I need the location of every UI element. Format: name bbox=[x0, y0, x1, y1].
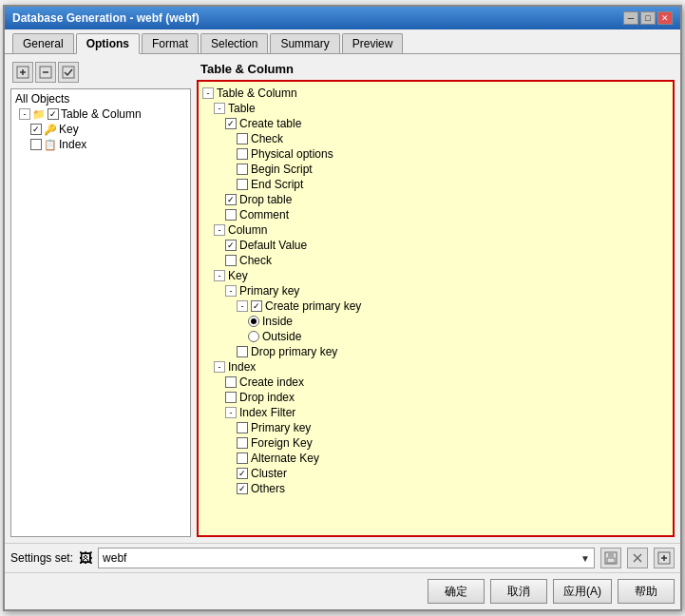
check-filter-others[interactable] bbox=[237, 483, 248, 494]
minimize-button[interactable]: ─ bbox=[623, 11, 638, 25]
check-drop-index[interactable] bbox=[225, 392, 237, 403]
toggle-opt-create-pk[interactable]: - bbox=[237, 300, 248, 312]
lbl-column: Column bbox=[228, 223, 267, 237]
lbl-drop-pk: Drop primary key bbox=[251, 345, 337, 358]
collapse-all-button[interactable] bbox=[35, 62, 56, 83]
confirm-button[interactable]: 确定 bbox=[428, 579, 485, 604]
tab-format[interactable]: Format bbox=[142, 33, 199, 53]
tabs-bar: General Options Format Selection Summary… bbox=[5, 29, 680, 54]
opt-key: - Key bbox=[202, 268, 669, 283]
key-icon: 🔑 bbox=[44, 124, 57, 136]
tree-key: 🔑 Key bbox=[13, 122, 188, 137]
lbl-comment: Comment bbox=[239, 208, 289, 221]
toggle-opt-index-filter[interactable]: - bbox=[225, 407, 237, 418]
lbl-table-column: Table & Column bbox=[217, 87, 297, 100]
check-filter-ak[interactable] bbox=[237, 452, 248, 464]
opt-filter-pk: Primary key bbox=[202, 420, 669, 435]
opt-create-table: Create table bbox=[202, 116, 669, 131]
check-index[interactable] bbox=[30, 139, 42, 150]
settings-icon: 🖼 bbox=[79, 550, 92, 566]
close-button[interactable]: ✕ bbox=[657, 11, 673, 25]
opt-column: - Column bbox=[202, 222, 669, 238]
check-create-table[interactable] bbox=[225, 118, 237, 129]
tab-preview[interactable]: Preview bbox=[342, 33, 404, 53]
right-panel: Table & Column - Table & Column - Table … bbox=[197, 60, 675, 537]
toggle-table-column[interactable]: - bbox=[19, 108, 30, 120]
opt-filter-others: Others bbox=[202, 481, 669, 496]
check-table-column[interactable] bbox=[48, 108, 59, 120]
check-drop-pk[interactable] bbox=[237, 346, 248, 357]
check-filter-pk[interactable] bbox=[237, 422, 248, 433]
lbl-filter-others: Others bbox=[251, 482, 285, 495]
lbl-primary-key: Primary key bbox=[239, 284, 299, 298]
lbl-create-table: Create table bbox=[239, 117, 301, 130]
object-tree[interactable]: All Objects - 📁 Table & Column 🔑 Key bbox=[10, 88, 191, 537]
svg-rect-7 bbox=[608, 552, 614, 557]
toggle-opt-table[interactable]: - bbox=[214, 103, 225, 114]
opt-filter-cluster: Cluster bbox=[202, 466, 669, 481]
lbl-filter-pk: Primary key bbox=[251, 421, 311, 434]
check-comment[interactable] bbox=[225, 209, 237, 221]
label-index: Index bbox=[59, 138, 86, 151]
help-button[interactable]: 帮助 bbox=[618, 579, 675, 604]
check-filter-cluster[interactable] bbox=[237, 468, 248, 479]
tab-summary[interactable]: Summary bbox=[270, 33, 339, 53]
check-filter-fk[interactable] bbox=[237, 437, 248, 449]
settings-combo[interactable]: webf ▼ bbox=[98, 548, 595, 568]
toggle-opt-table-column[interactable]: - bbox=[202, 87, 214, 99]
lbl-outside: Outside bbox=[262, 330, 301, 343]
check-all-button[interactable] bbox=[58, 62, 79, 83]
panel-header: Table & Column bbox=[197, 60, 675, 80]
lbl-create-index: Create index bbox=[239, 375, 304, 389]
window-title: Database Generation - webf (webf) bbox=[12, 11, 200, 25]
check-check-table[interactable] bbox=[237, 133, 248, 144]
toggle-opt-column[interactable]: - bbox=[214, 224, 225, 236]
opt-default-value: Default Value bbox=[202, 238, 669, 253]
tab-general[interactable]: General bbox=[12, 33, 74, 53]
save-settings-button[interactable] bbox=[600, 548, 621, 568]
check-create-index[interactable] bbox=[225, 376, 237, 388]
check-key[interactable] bbox=[30, 124, 42, 135]
lbl-table: Table bbox=[228, 102, 256, 115]
options-tree[interactable]: - Table & Column - Table Create table Ch… bbox=[197, 80, 675, 537]
check-default-value[interactable] bbox=[225, 240, 237, 251]
check-physical-options[interactable] bbox=[237, 148, 248, 160]
check-drop-table[interactable] bbox=[225, 194, 237, 205]
settings-value: webf bbox=[103, 551, 126, 565]
toggle-opt-key[interactable]: - bbox=[214, 270, 225, 281]
check-check-column[interactable] bbox=[225, 255, 237, 266]
svg-rect-5 bbox=[63, 67, 74, 78]
lbl-begin-script: Begin Script bbox=[251, 163, 313, 176]
new-settings-button[interactable] bbox=[654, 548, 675, 568]
opt-begin-script: Begin Script bbox=[202, 162, 669, 177]
label-key: Key bbox=[59, 123, 79, 136]
opt-physical-options: Physical options bbox=[202, 146, 669, 162]
lbl-check-column: Check bbox=[239, 254, 272, 267]
cancel-button[interactable]: 取消 bbox=[490, 579, 547, 604]
check-create-pk[interactable] bbox=[251, 300, 262, 312]
window-controls: ─ □ ✕ bbox=[623, 11, 673, 25]
radio-outside[interactable] bbox=[248, 331, 259, 342]
tab-options[interactable]: Options bbox=[76, 33, 140, 54]
opt-comment: Comment bbox=[202, 207, 669, 222]
toggle-opt-primary-key[interactable]: - bbox=[225, 285, 237, 297]
tree-table-column: - 📁 Table & Column bbox=[13, 106, 188, 122]
opt-check-column: Check bbox=[202, 253, 669, 268]
tree-root: All Objects bbox=[13, 91, 188, 106]
check-end-script[interactable] bbox=[237, 179, 248, 190]
opt-primary-key: - Primary key bbox=[202, 283, 669, 298]
expand-all-button[interactable] bbox=[12, 62, 33, 83]
tree-index: 📋 Index bbox=[13, 137, 188, 152]
toggle-opt-index[interactable]: - bbox=[214, 361, 225, 373]
lbl-end-script: End Script bbox=[251, 178, 303, 191]
radio-inside[interactable] bbox=[248, 316, 259, 327]
delete-settings-button[interactable] bbox=[627, 548, 648, 568]
lbl-filter-cluster: Cluster bbox=[251, 467, 287, 480]
opt-index: - Index bbox=[202, 359, 669, 375]
apply-button[interactable]: 应用(A) bbox=[553, 579, 612, 604]
lbl-create-pk: Create primary key bbox=[265, 299, 361, 313]
tab-selection[interactable]: Selection bbox=[200, 33, 268, 53]
check-begin-script[interactable] bbox=[237, 164, 248, 175]
opt-outside: Outside bbox=[202, 329, 669, 344]
maximize-button[interactable]: □ bbox=[640, 11, 656, 25]
